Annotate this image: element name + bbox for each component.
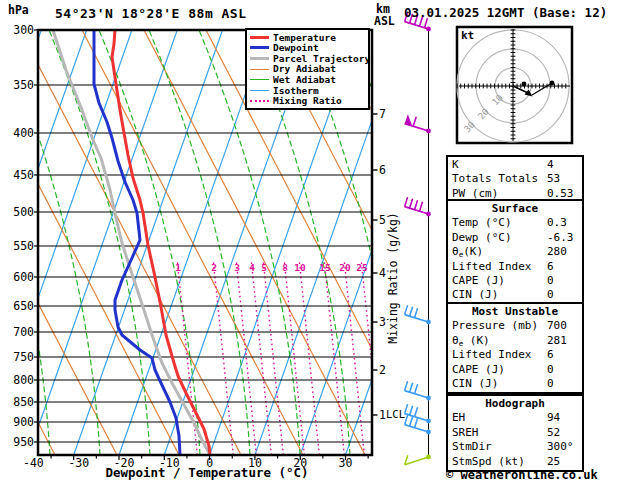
temperature-tick-label: -10	[159, 458, 180, 470]
table-row-value: 0	[547, 377, 554, 391]
legend-line-sample	[250, 69, 269, 70]
wind-barb	[405, 305, 431, 324]
pressure-tick-label: 550	[6, 241, 34, 253]
temperature-curve	[112, 30, 210, 455]
table-row-label: CIN (J)	[452, 288, 498, 301]
table-row-label: CAPE (J)	[452, 274, 505, 287]
isotherm-line	[28, 30, 177, 455]
table-row-label: StmSpd (kt)	[452, 455, 525, 468]
mixing-ratio-tick-label: 8	[282, 262, 288, 273]
table-row: StmSpd (kt)25	[448, 455, 582, 469]
table-row-label: Totals Totals	[452, 172, 538, 185]
table-row: CIN (J)0	[448, 377, 582, 391]
table-row-value: 0	[547, 288, 554, 302]
legend-item: Dry Adiabat	[250, 64, 368, 75]
legend-item: Dewpoint	[250, 43, 368, 54]
index-table: HodographEH94SREH52StmDir300°StmSpd (kt)…	[446, 394, 584, 472]
index-table: Most UnstablePressure (mb)700θe (K)281Li…	[446, 302, 584, 394]
mixing-ratio-tick-label: 15	[319, 262, 330, 273]
pressure-tick-label: 850	[6, 397, 34, 409]
table-row-value: 700	[547, 319, 567, 333]
table-row-label: PW (cm)	[452, 187, 498, 200]
table-row-value: 0.3	[547, 216, 567, 230]
table-row-label: CAPE (J)	[452, 363, 505, 376]
wind-barb	[405, 381, 431, 400]
mixing-ratio-tick-label: 5	[261, 262, 267, 273]
mixing-ratio-line	[251, 262, 271, 455]
temperature-tick-label: 0	[206, 458, 213, 470]
table-row-value: 0	[547, 363, 554, 377]
legend-line-sample	[250, 100, 269, 102]
table-row-label: SREH	[452, 426, 479, 439]
pressure-tick-label: 800	[6, 375, 34, 387]
lcl-marker-label: LCL	[386, 409, 405, 420]
legend-item-label: Temperature	[273, 33, 336, 43]
pressure-tick-label: 900	[6, 417, 34, 429]
mixing-ratio-tick-label: 25	[356, 262, 367, 273]
pressure-tick-label: 950	[6, 437, 34, 449]
mixing-ratio-tick-label: 1	[175, 262, 181, 273]
wind-barb	[405, 404, 431, 423]
legend-line-sample	[250, 90, 269, 91]
wind-barb	[405, 197, 431, 216]
km-tick-label: 5	[379, 215, 386, 227]
table-row-value: 280	[547, 245, 567, 259]
legend-item-label: Mixing Ratio	[273, 96, 342, 106]
table-row-label: Temp (°C)	[452, 216, 512, 229]
table-row: EH94	[448, 411, 582, 425]
table-row: SREH52	[448, 426, 582, 440]
table-row: CAPE (J)0	[448, 363, 582, 377]
km-tick-label: 1	[379, 410, 386, 422]
table-row: CIN (J)0	[448, 288, 582, 302]
table-row-label: StmDir	[452, 440, 492, 453]
legend-line-sample	[250, 36, 269, 39]
pressure-axis-unit: hPa	[8, 5, 29, 17]
hodograph-unit-label: kt	[461, 30, 474, 41]
legend-item-label: Wet Adiabat	[273, 75, 336, 85]
legend-item-label: Dry Adiabat	[273, 64, 336, 74]
table-row: Totals Totals53	[448, 172, 582, 186]
pressure-tick-label: 300	[6, 25, 34, 37]
table-row: Lifted Index6	[448, 260, 582, 274]
pressure-tick-label: 700	[6, 327, 34, 339]
sounding-screen: { "header": { "hpa": "hPa", "title": "54…	[0, 0, 629, 486]
table-row: StmDir300°	[448, 440, 582, 454]
legend-line-sample	[250, 57, 269, 60]
table-row-label: K	[452, 158, 459, 171]
table-row-value: 52	[547, 426, 560, 440]
table-row-label: Lifted Index	[452, 348, 531, 361]
legend-item: Wet Adiabat	[250, 74, 368, 85]
pressure-tick-label: 450	[6, 170, 34, 182]
mixing-ratio-axis-label: Mixing Ratio (g/kg)	[388, 212, 400, 344]
table-row-value: 53	[547, 172, 560, 186]
temperature-tick-label: 30	[339, 458, 353, 470]
mixing-ratio-line	[299, 262, 319, 455]
table-section-header: Hodograph	[448, 397, 582, 411]
legend: TemperatureDewpointParcel TrajectoryDry …	[245, 28, 370, 110]
pressure-tick-label: 500	[6, 207, 34, 219]
temperature-tick-label: -20	[114, 458, 135, 470]
table-row-label: Pressure (mb)	[452, 319, 538, 332]
table-row: Pressure (mb)700	[448, 319, 582, 333]
table-row-value: 25	[547, 455, 560, 469]
km-tick-label: 4	[379, 268, 386, 280]
table-row: K4	[448, 158, 582, 172]
table-section-header: Most Unstable	[448, 305, 582, 319]
legend-item: Isotherm	[250, 85, 368, 96]
table-row: θe(K)280	[448, 245, 582, 259]
temperature-tick-label: 10	[248, 458, 262, 470]
dry-adiabat-line	[20, 30, 241, 455]
legend-line-sample	[250, 79, 269, 80]
table-row: θe (K)281	[448, 334, 582, 348]
table-row: Dewp (°C)-6.3	[448, 231, 582, 245]
km-tick-label: 3	[379, 317, 386, 329]
table-row-value: 94	[547, 411, 560, 425]
table-row-value: -6.3	[547, 231, 574, 245]
table-row: Lifted Index6	[448, 348, 582, 362]
temperature-tick-label: 20	[293, 458, 307, 470]
legend-line-sample	[250, 46, 269, 49]
temperature-tick-label: -40	[23, 458, 44, 470]
legend-item-label: Parcel Trajectory	[273, 54, 370, 64]
mixing-ratio-tick-label: 2	[211, 262, 217, 273]
table-row-label: EH	[452, 411, 465, 424]
